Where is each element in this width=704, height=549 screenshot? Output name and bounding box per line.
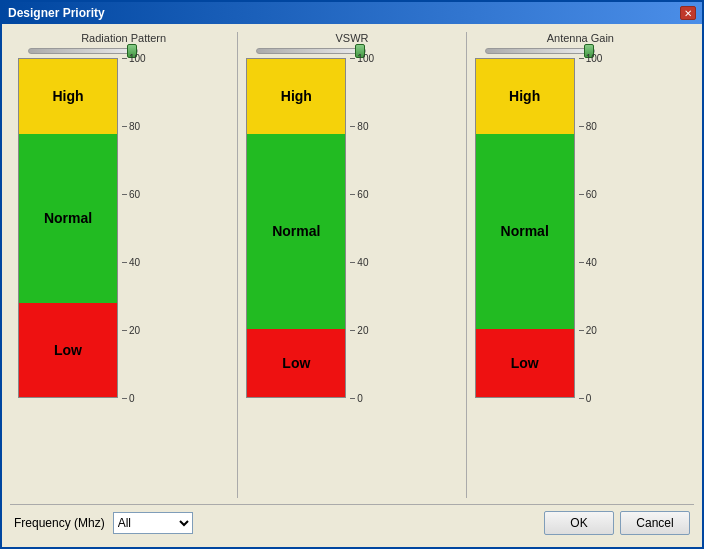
- axis-value: 100: [586, 53, 603, 64]
- frequency-row: Frequency (Mhz) All180021002600: [14, 512, 193, 534]
- axis-tick: [350, 330, 355, 331]
- bar-high-vswr: High: [247, 59, 345, 134]
- axis-tick: [122, 58, 127, 59]
- axis-tick: [122, 194, 127, 195]
- chart-and-axis-vswr: HighNormalLow↔100806040200: [246, 58, 457, 398]
- bar-high-radiation: High: [19, 59, 117, 134]
- axis-tick: [579, 330, 584, 331]
- chart-and-axis-radiation: HighNormalLow↔100806040200: [18, 58, 229, 398]
- axis-value: 20: [357, 325, 368, 336]
- axis-tick: [579, 194, 584, 195]
- chart-title-radiation: Radiation Pattern: [81, 32, 166, 44]
- chart-title-vswr: VSWR: [335, 32, 368, 44]
- axis-tick: [350, 398, 355, 399]
- axis-value: 0: [357, 393, 363, 404]
- axis-value: 20: [586, 325, 597, 336]
- axis-tick: [122, 262, 127, 263]
- axis-tick: [350, 194, 355, 195]
- axis-radiation: 100806040200: [118, 58, 150, 398]
- chart-and-axis-antenna: HighNormalLow↔100806040200: [475, 58, 686, 398]
- axis-value: 100: [357, 53, 374, 64]
- slider-track-radiation[interactable]: [28, 48, 138, 54]
- slider-row-antenna: [475, 48, 686, 54]
- bar-normal-radiation: Normal: [19, 134, 117, 303]
- window-title: Designer Priority: [8, 6, 105, 20]
- content-area: Radiation PatternHighNormalLow↔100806040…: [2, 24, 702, 547]
- axis-value: 40: [586, 257, 597, 268]
- frequency-label: Frequency (Mhz): [14, 516, 105, 530]
- chart-title-antenna: Antenna Gain: [547, 32, 614, 44]
- axis-tick: [579, 58, 584, 59]
- axis-value: 0: [129, 393, 135, 404]
- axis-value: 80: [586, 121, 597, 132]
- slider-track-vswr[interactable]: [256, 48, 366, 54]
- axis-value: 40: [129, 257, 140, 268]
- axis-tick: [579, 262, 584, 263]
- axis-value: 80: [129, 121, 140, 132]
- frequency-select[interactable]: All180021002600: [113, 512, 193, 534]
- cancel-button[interactable]: Cancel: [620, 511, 690, 535]
- title-bar: Designer Priority ✕: [2, 2, 702, 24]
- chart-section-vswr: VSWRHighNormalLow↔100806040200: [238, 32, 466, 498]
- footer: Frequency (Mhz) All180021002600 OK Cance…: [10, 504, 694, 539]
- bar-container-antenna: HighNormalLow: [475, 58, 575, 398]
- bar-container-radiation: HighNormalLow: [18, 58, 118, 398]
- axis-tick: [350, 126, 355, 127]
- axis-tick: [350, 262, 355, 263]
- bar-low-vswr: Low: [247, 329, 345, 397]
- chart-section-antenna: Antenna GainHighNormalLow↔100806040200: [467, 32, 694, 498]
- axis-value: 60: [357, 189, 368, 200]
- axis-vswr: 100806040200: [346, 58, 378, 398]
- close-button[interactable]: ✕: [680, 6, 696, 20]
- axis-tick: [122, 126, 127, 127]
- chart-section-radiation: Radiation PatternHighNormalLow↔100806040…: [10, 32, 238, 498]
- bar-low-radiation: Low: [19, 303, 117, 397]
- axis-value: 60: [586, 189, 597, 200]
- ok-button[interactable]: OK: [544, 511, 614, 535]
- axis-value: 100: [129, 53, 146, 64]
- charts-row: Radiation PatternHighNormalLow↔100806040…: [10, 32, 694, 498]
- axis-tick: [579, 126, 584, 127]
- button-row: OK Cancel: [544, 511, 690, 535]
- main-window: Designer Priority ✕ Radiation PatternHig…: [0, 0, 704, 549]
- slider-row-radiation: [18, 48, 229, 54]
- axis-value: 40: [357, 257, 368, 268]
- axis-tick: [122, 398, 127, 399]
- axis-antenna: 100806040200: [575, 58, 607, 398]
- bar-container-vswr: HighNormalLow: [246, 58, 346, 398]
- axis-value: 80: [357, 121, 368, 132]
- slider-track-antenna[interactable]: [485, 48, 595, 54]
- axis-value: 20: [129, 325, 140, 336]
- axis-value: 0: [586, 393, 592, 404]
- axis-tick: [122, 330, 127, 331]
- axis-value: 60: [129, 189, 140, 200]
- bar-high-antenna: High: [476, 59, 574, 134]
- slider-row-vswr: [246, 48, 457, 54]
- axis-tick: [579, 398, 584, 399]
- bar-low-antenna: Low: [476, 329, 574, 397]
- bar-normal-antenna: Normal: [476, 134, 574, 330]
- axis-tick: [350, 58, 355, 59]
- bar-normal-vswr: Normal: [247, 134, 345, 330]
